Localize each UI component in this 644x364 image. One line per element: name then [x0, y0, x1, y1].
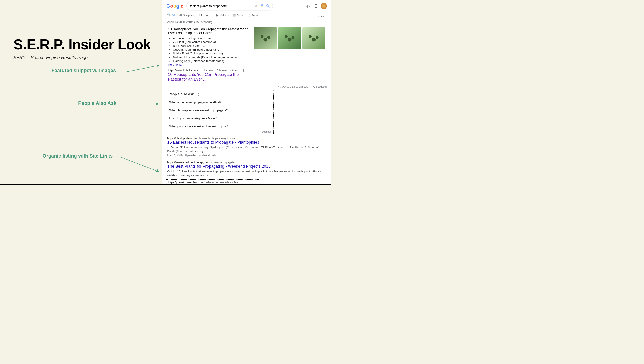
- apps-icon[interactable]: [313, 4, 318, 8]
- list-item: ZZ Plant (Zamioculcas zamiifolia) ...: [173, 40, 252, 44]
- tab-videos[interactable]: ▶Videos: [216, 14, 228, 19]
- list-item: Mother of Thousands (Kalanchoe daigremon…: [173, 56, 252, 59]
- result-menu-icon[interactable]: ⋮: [238, 160, 241, 164]
- feedback-link[interactable]: Feedback: [316, 85, 327, 88]
- svg-point-19: [316, 7, 317, 8]
- snippet-images: [254, 27, 325, 83]
- paa-menu-icon[interactable]: ⋮: [197, 92, 200, 96]
- svg-point-10: [307, 6, 308, 7]
- result-cite: https://plantophiles.com › houseplant-ti…: [167, 136, 326, 140]
- clear-icon[interactable]: ×: [254, 4, 258, 8]
- svg-rect-6: [262, 4, 263, 7]
- svg-marker-1: [156, 65, 159, 67]
- featured-result-link[interactable]: 10 Houseplants You Can Propagate the Fas…: [168, 72, 252, 82]
- plant-image[interactable]: [278, 27, 301, 49]
- tab-shopping[interactable]: 🏷Shopping: [179, 14, 195, 19]
- list-item: Queen's Tears (Billbergia nutans) ...: [173, 48, 252, 51]
- more-items-link[interactable]: More items...: [168, 63, 252, 66]
- settings-icon[interactable]: [306, 4, 310, 8]
- result-cite: https://www.bobvila.com › slideshow › 10…: [168, 69, 252, 72]
- tools-link[interactable]: Tools: [317, 15, 324, 18]
- svg-marker-5: [156, 169, 159, 172]
- result-cite: https://planethouseplant.com › what-are-…: [168, 180, 258, 184]
- search-input[interactable]: [190, 4, 252, 8]
- svg-point-12: [315, 4, 316, 5]
- label-organic-sitelinks: Organic listing with Site Links: [42, 153, 113, 159]
- organic-result-sitelinks-box: https://planethouseplant.com › what-are-…: [166, 179, 260, 185]
- result-menu-icon[interactable]: ⋮: [242, 180, 245, 184]
- paa-question[interactable]: What plant is the easiest and fastest to…: [168, 122, 271, 130]
- list-item: Flaming Katy (Kalanchoe blossfeldiana): [173, 59, 252, 63]
- tag-icon: 🏷: [179, 14, 182, 17]
- search-box[interactable]: ×: [186, 2, 273, 10]
- feedback-icon: 🗨: [313, 85, 316, 88]
- label-featured-snippet: Featured snippet w/ images: [52, 68, 116, 73]
- svg-point-11: [314, 4, 314, 5]
- plant-image[interactable]: [302, 27, 325, 49]
- arrow-paa: [123, 101, 163, 107]
- featured-snippet-title: 10 Houseplants You Can Propagate the Fas…: [168, 27, 252, 35]
- svg-point-17: [314, 7, 314, 8]
- annotation-panel: S.E.R.P. Insider Look SERP = Search Engi…: [0, 1, 162, 184]
- chevron-down-icon: ⌄: [268, 125, 270, 128]
- paa-question[interactable]: How do you propagate plants faster?⌄: [168, 114, 271, 122]
- image-icon: 🖼: [199, 14, 202, 17]
- search-tab-icon: 🔍: [167, 13, 171, 16]
- list-item: A Rooting Tooting Good Time. ...: [173, 37, 252, 40]
- result-title-link[interactable]: The Best Plants for Propagating - Weeken…: [167, 164, 326, 169]
- paa-feedback-link[interactable]: Feedback: [168, 130, 271, 133]
- svg-point-16: [316, 6, 317, 6]
- paa-question[interactable]: What is the fastest propagation method?⌄: [168, 98, 271, 106]
- svg-point-13: [316, 4, 317, 5]
- list-item: Spider Plant (Chlorophytum comosum) ...: [173, 52, 252, 55]
- organic-result: https://plantophiles.com › houseplant-ti…: [164, 134, 329, 158]
- list-item: Burn Plant (Aloe vera) ...: [173, 44, 252, 48]
- more-dots-icon: ⋮: [248, 14, 251, 17]
- result-title-link[interactable]: What are the easiest plants to propagate…: [168, 184, 258, 185]
- result-title-link[interactable]: 15 Easiest Houseplants to Propagate - Pl…: [167, 140, 326, 145]
- result-menu-icon[interactable]: ⋮: [239, 136, 242, 140]
- search-icon[interactable]: [266, 4, 270, 8]
- result-menu-icon[interactable]: ⋮: [242, 69, 245, 72]
- svg-point-14: [314, 6, 314, 6]
- paa-title: People also ask⋮: [168, 91, 271, 98]
- account-avatar[interactable]: [321, 3, 327, 9]
- svg-line-0: [125, 65, 159, 72]
- svg-line-9: [268, 7, 270, 8]
- result-snippet: 1. Pothos (Epipremnum aureum) · Spider p…: [167, 146, 326, 153]
- result-snippet: Oct 14, 2019 — Plants that are easy to p…: [167, 170, 326, 177]
- arrow-featured: [125, 63, 163, 74]
- svg-point-18: [315, 7, 316, 8]
- page-title: S.E.R.P. Insider Look: [14, 36, 162, 53]
- paa-question[interactable]: Which houseplants are easiest to propaga…: [168, 106, 271, 114]
- chevron-down-icon: ⌄: [268, 117, 270, 120]
- result-cite: https://www.apartmenttherapy.com › how-t…: [167, 160, 326, 164]
- tab-news[interactable]: 📰News: [232, 14, 244, 19]
- organic-result: https://www.apartmenttherapy.com › how-t…: [164, 158, 329, 178]
- svg-marker-3: [156, 103, 159, 105]
- tab-all[interactable]: 🔍All: [167, 13, 175, 19]
- about-featured-link[interactable]: About featured snippets: [282, 85, 308, 88]
- svg-point-8: [266, 5, 269, 7]
- featured-snippet-box: 10 Houseplants You Can Propagate the Fas…: [166, 26, 327, 84]
- video-icon: ▶: [216, 14, 219, 17]
- page-subtitle: SERP = Search Engine Results Page: [14, 55, 162, 60]
- tab-images[interactable]: 🖼Images: [199, 14, 213, 19]
- info-icon: ⓘ: [278, 85, 281, 88]
- people-also-ask-box: People also ask⋮ What is the fastest pro…: [166, 90, 274, 134]
- svg-line-4: [121, 157, 159, 172]
- featured-snippet-list: A Rooting Tooting Good Time. ... ZZ Plan…: [169, 37, 252, 63]
- voice-icon[interactable]: [260, 4, 264, 8]
- chevron-down-icon: ⌄: [268, 109, 270, 112]
- plant-image[interactable]: [254, 27, 277, 49]
- label-people-also-ask: People Also Ask: [78, 100, 116, 106]
- google-header: Google ×: [164, 1, 329, 10]
- tab-more[interactable]: ⋮More: [248, 14, 259, 19]
- search-tabs: 🔍All 🏷Shopping 🖼Images ▶Videos 📰News ⋮Mo…: [164, 10, 329, 19]
- google-serp: Google ×: [162, 1, 331, 184]
- svg-point-15: [315, 6, 316, 6]
- google-logo[interactable]: Google: [166, 3, 183, 9]
- result-meta: May 2, 2020 · Uploaded by Marcel Iseli: [167, 153, 326, 158]
- chevron-down-icon: ⌄: [268, 101, 270, 104]
- news-icon: 📰: [232, 14, 236, 17]
